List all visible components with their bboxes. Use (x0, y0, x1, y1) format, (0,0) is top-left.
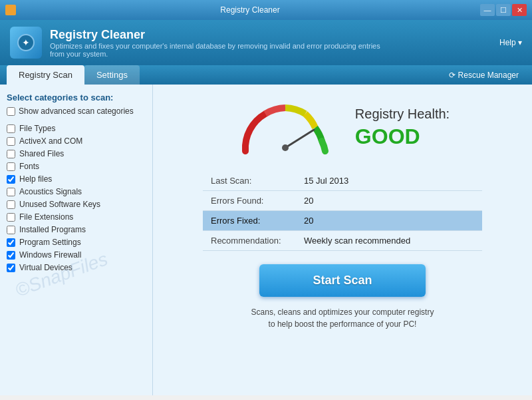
category-checkbox-windows-firewall[interactable] (7, 251, 15, 260)
category-item: Fonts (7, 162, 146, 171)
svg-point-3 (282, 144, 289, 151)
tab-settings[interactable]: Settings (84, 65, 140, 85)
tab-registry-scan[interactable]: Registry Scan (7, 65, 84, 85)
category-checkbox-file-extensions[interactable] (7, 213, 15, 222)
category-item: File Types (7, 124, 146, 133)
app-header-left: ✦ Registry Cleaner Optimizes and fixes y… (10, 27, 382, 59)
category-label-unused-software-keys: Unused Software Keys (19, 200, 100, 209)
category-label-windows-firewall: Windows Firewall (19, 250, 81, 260)
minimize-button[interactable]: — (480, 4, 495, 16)
app-logo: ✦ (10, 27, 42, 59)
category-checkbox-unused-software-keys[interactable] (7, 200, 15, 209)
categories-list: File TypesActiveX and COMShared FilesFon… (7, 124, 146, 272)
health-title: Registry Health: (355, 106, 450, 122)
info-label-errors-found: Errors Found: (203, 191, 296, 211)
category-checkbox-acoustics-signals[interactable] (7, 188, 15, 196)
info-label-errors-fixed: Errors Fixed: (203, 211, 296, 231)
category-checkbox-help-files[interactable] (7, 175, 15, 184)
info-value-errors-fixed: 20 (296, 211, 482, 231)
category-item: Windows Firewall (7, 250, 146, 260)
category-item: File Extensions (7, 212, 146, 222)
maximize-button[interactable]: ☐ (496, 4, 511, 16)
category-item: ActiveX and COM (7, 136, 146, 146)
category-item: Program Settings (7, 238, 146, 247)
category-label-activex-com: ActiveX and COM (19, 136, 82, 146)
title-bar: Registry Cleaner — ☐ ✕ (0, 0, 532, 20)
health-row: Registry Health: GOOD (170, 98, 515, 158)
category-label-shared-files: Shared Files (19, 149, 64, 158)
category-label-installed-programs: Installed Programs (19, 225, 86, 234)
app-icon (5, 5, 16, 15)
category-item: Help files (7, 174, 146, 184)
start-scan-button[interactable]: Start Scan (259, 264, 425, 297)
health-status: GOOD (355, 124, 450, 149)
info-row-last-scan: Last Scan:15 Jul 2013 (203, 171, 482, 191)
info-value-errors-found: 20 (296, 191, 482, 211)
category-label-help-files: Help files (19, 174, 52, 184)
svg-line-2 (285, 130, 314, 148)
category-label-file-extensions: File Extensions (19, 212, 73, 222)
category-checkbox-virtual-devices[interactable] (7, 264, 15, 272)
health-text-block: Registry Health: GOOD (355, 106, 450, 149)
category-label-acoustics-signals: Acoustics Signals (19, 187, 82, 196)
info-row-recommendation: Recommendation:Weekly scan recommended (203, 231, 482, 251)
category-item: Virtual Devices (7, 263, 146, 272)
info-table: Last Scan:15 Jul 2013Errors Found:20Erro… (203, 171, 482, 251)
app-description: Optimizes and fixes your computer's inte… (50, 42, 382, 58)
app-name: Registry Cleaner (50, 28, 382, 42)
rescue-manager-button[interactable]: ⟳ Rescue Manager (442, 66, 525, 85)
show-advanced-checkbox[interactable] (7, 107, 15, 116)
window-title: Registry Cleaner (20, 5, 480, 15)
category-label-virtual-devices: Virtual Devices (19, 263, 72, 272)
category-item: Installed Programs (7, 225, 146, 234)
info-row-errors-found: Errors Found:20 (203, 191, 482, 211)
category-label-file-types: File Types (19, 124, 55, 133)
window-controls: — ☐ ✕ (480, 4, 527, 16)
gauge-container (235, 98, 335, 158)
right-panel: Registry Health: GOOD Last Scan:15 Jul 2… (153, 85, 532, 395)
sidebar: Select categories to scan: Show advanced… (0, 85, 153, 395)
svg-text:✦: ✦ (22, 37, 30, 48)
category-label-program-settings: Program Settings (19, 238, 81, 247)
main-content: Select categories to scan: Show advanced… (0, 85, 532, 395)
category-checkbox-shared-files[interactable] (7, 150, 15, 158)
info-label-recommendation: Recommendation: (203, 231, 296, 251)
category-checkbox-installed-programs[interactable] (7, 226, 15, 234)
scan-description: Scans, cleans and optimizes your compute… (251, 306, 434, 330)
tabs-left: Registry Scan Settings (7, 65, 140, 85)
category-item: Unused Software Keys (7, 200, 146, 209)
show-advanced-label: Show advanced scan categories (19, 106, 134, 116)
sidebar-title: Select categories to scan: (7, 93, 146, 102)
help-button[interactable]: Help ▾ (499, 38, 522, 47)
info-row-errors-fixed: Errors Fixed:20 (203, 211, 482, 231)
category-checkbox-activex-com[interactable] (7, 137, 15, 146)
app-header: ✦ Registry Cleaner Optimizes and fixes y… (0, 20, 532, 65)
category-label-fonts: Fonts (19, 162, 39, 171)
category-item: Acoustics Signals (7, 187, 146, 196)
app-title-block: Registry Cleaner Optimizes and fixes you… (50, 28, 382, 58)
info-value-last-scan: 15 Jul 2013 (296, 171, 482, 191)
category-item: Shared Files (7, 149, 146, 158)
info-label-last-scan: Last Scan: (203, 171, 296, 191)
close-button[interactable]: ✕ (512, 4, 527, 16)
tabs-bar: Registry Scan Settings ⟳ Rescue Manager (0, 65, 532, 85)
category-checkbox-file-types[interactable] (7, 124, 15, 133)
category-checkbox-program-settings[interactable] (7, 238, 15, 247)
category-checkbox-fonts[interactable] (7, 162, 15, 171)
info-value-recommendation: Weekly scan recommended (296, 231, 482, 251)
advanced-row: Show advanced scan categories (7, 106, 146, 116)
gauge-svg (235, 98, 335, 158)
